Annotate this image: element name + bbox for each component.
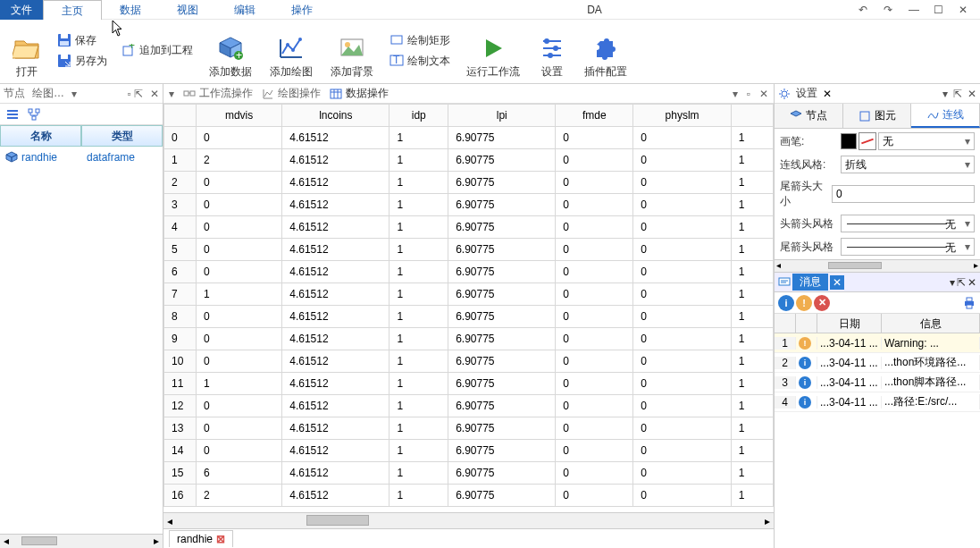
grid-cell[interactable]: 0	[556, 194, 633, 216]
grid-cell[interactable]: 13	[164, 417, 197, 440]
chevron-down-icon[interactable]: ▾	[942, 88, 948, 100]
table-row[interactable]: 1624.6151216.90775001	[164, 485, 774, 507]
grid-cell[interactable]: 1	[389, 149, 448, 172]
pin-icon[interactable]: ▫ ⇱	[127, 88, 143, 100]
append-button[interactable]: +追加到工程	[118, 41, 197, 60]
tail-size-input[interactable]	[832, 185, 975, 203]
col-name[interactable]: 名称	[0, 125, 81, 147]
grid-cell[interactable]: 0	[633, 194, 732, 216]
grid-cell[interactable]: 4.61512	[282, 172, 389, 194]
grid-cell[interactable]: 0	[197, 172, 282, 194]
grid-hscrollbar[interactable]: ◂▸	[163, 512, 774, 528]
table-row[interactable]: 004.6151216.90775001	[164, 127, 774, 149]
menu-view[interactable]: 视图	[159, 0, 216, 20]
grid-cell[interactable]: 0	[633, 440, 732, 462]
grid-cell[interactable]: 6.90775	[448, 306, 556, 328]
printer-icon[interactable]	[962, 296, 976, 310]
grid-cell[interactable]: 1	[389, 373, 448, 395]
grid-cell[interactable]: 0	[633, 261, 732, 283]
grid-cell[interactable]: 6.90775	[448, 373, 556, 395]
grid-cell[interactable]: 0	[633, 350, 732, 373]
tree-view-icon[interactable]	[25, 105, 43, 123]
grid-cell[interactable]: 0	[556, 127, 633, 149]
grid-cell[interactable]: 0	[556, 485, 633, 507]
grid-cell[interactable]: 0	[633, 306, 732, 328]
grid-cell[interactable]: 1	[389, 239, 448, 261]
grid-cell[interactable]: 1	[389, 283, 448, 306]
grid-cell[interactable]: 1	[731, 283, 773, 306]
run-flow-button[interactable]: 运行工作流	[466, 21, 520, 80]
grid-cell[interactable]: 0	[197, 417, 282, 440]
grid-cell[interactable]: 10	[164, 350, 197, 373]
grid-cell[interactable]: 6.90775	[448, 172, 556, 194]
table-row[interactable]: 204.6151216.90775001	[164, 172, 774, 194]
table-row[interactable]: 404.6151216.90775001	[164, 216, 774, 239]
col-type[interactable]: 类型	[81, 125, 163, 147]
close-icon[interactable]: ✕	[967, 88, 976, 100]
grid-cell[interactable]: 1	[731, 395, 773, 417]
grid-cell[interactable]: 2	[197, 485, 282, 507]
grid-cell[interactable]: 1	[731, 417, 773, 440]
grid-cell[interactable]: 1	[389, 350, 448, 373]
grid-cell[interactable]: 1	[389, 194, 448, 216]
grid-cell[interactable]: 1	[731, 485, 773, 507]
restore-icon[interactable]: ▫	[747, 88, 750, 100]
grid-cell[interactable]: 0	[633, 149, 732, 172]
chevron-down-icon[interactable]: ▾	[733, 88, 738, 100]
saveas-button[interactable]: 另存为	[54, 52, 111, 71]
grid-cell[interactable]: 1	[389, 261, 448, 283]
grid-cell[interactable]: 1	[731, 261, 773, 283]
grid-cell[interactable]: 1	[731, 149, 773, 172]
grid-cell[interactable]: 4.61512	[282, 328, 389, 350]
table-row[interactable]: 504.6151216.90775001	[164, 239, 774, 261]
grid-cell[interactable]: 0	[633, 328, 732, 350]
grid-cell[interactable]: 6	[197, 462, 282, 485]
props-hscrollbar[interactable]: ◂▸	[775, 259, 980, 272]
tab-line[interactable]: 连线	[911, 104, 980, 128]
grid-cell[interactable]: 0	[556, 373, 633, 395]
close-icon[interactable]: ✕	[823, 88, 832, 100]
add-bg-button[interactable]: 添加背景	[331, 21, 373, 80]
grid-col-header[interactable]: lpi	[448, 105, 556, 127]
grid-cell[interactable]: 4.61512	[282, 261, 389, 283]
table-row[interactable]: 1004.6151216.90775001	[164, 350, 774, 373]
info-filter-icon[interactable]: i	[778, 295, 794, 311]
grid-cell[interactable]: 0	[197, 239, 282, 261]
grid-cell[interactable]: 0	[197, 216, 282, 239]
grid-cell[interactable]: 6	[164, 261, 197, 283]
grid-cell[interactable]: 0	[556, 395, 633, 417]
grid-cell[interactable]: 0	[197, 127, 282, 149]
grid-cell[interactable]: 0	[197, 194, 282, 216]
grid-cell[interactable]: 0	[633, 417, 732, 440]
grid-cell[interactable]: 0	[633, 283, 732, 306]
grid-cell[interactable]: 0	[197, 350, 282, 373]
grid-cell[interactable]: 1	[389, 417, 448, 440]
grid-col-header[interactable]: lncoins	[282, 105, 389, 127]
table-row[interactable]: 1204.6151216.90775001	[164, 395, 774, 417]
close-icon[interactable]: ✕	[959, 4, 971, 16]
grid-cell[interactable]: 6.90775	[448, 328, 556, 350]
grid-cell[interactable]: 1	[389, 395, 448, 417]
grid-cell[interactable]: 4.61512	[282, 462, 389, 485]
grid-cell[interactable]: 0	[633, 172, 732, 194]
grid-cell[interactable]: 0	[197, 440, 282, 462]
sheet-tab[interactable]: randhie⊠	[169, 530, 233, 547]
grid-col-header[interactable]: physlm	[633, 105, 732, 127]
grid-cell[interactable]: 4.61512	[282, 485, 389, 507]
error-filter-icon[interactable]: ✕	[814, 295, 830, 311]
grid-cell[interactable]: 1	[731, 373, 773, 395]
table-row[interactable]: 1404.6151216.90775001	[164, 440, 774, 462]
grid-cell[interactable]: 0	[633, 216, 732, 239]
grid-cell[interactable]: 0	[164, 127, 197, 149]
grid-col-header[interactable]	[731, 105, 773, 127]
grid-cell[interactable]: 1	[389, 462, 448, 485]
close-icon[interactable]: ✕	[759, 88, 768, 100]
close-icon[interactable]: ✕	[830, 275, 844, 290]
list-view-icon[interactable]	[4, 105, 21, 123]
msg-row[interactable]: 1!...3-04-11 ...Warning: ...	[775, 333, 980, 353]
close-tab-icon[interactable]: ⊠	[216, 533, 225, 545]
grid-cell[interactable]: 8	[164, 306, 197, 328]
grid-cell[interactable]: 12	[164, 395, 197, 417]
grid-cell[interactable]: 0	[556, 239, 633, 261]
grid-cell[interactable]: 1	[731, 306, 773, 328]
